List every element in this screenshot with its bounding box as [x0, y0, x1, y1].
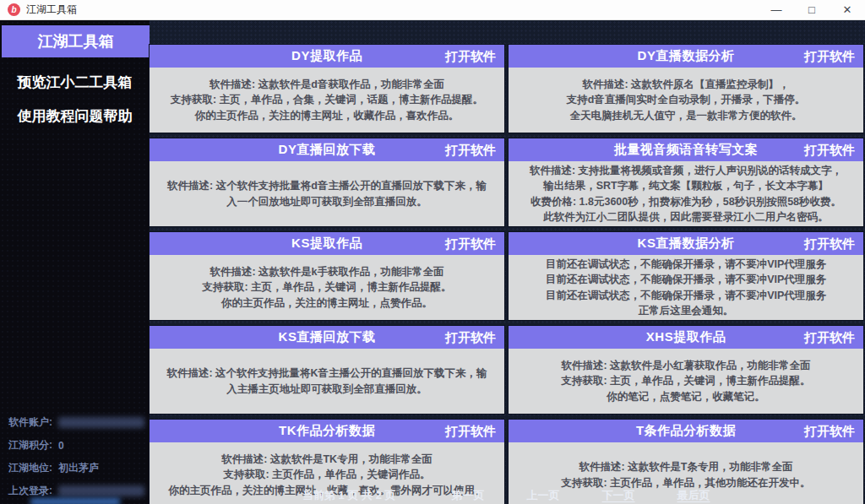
description-line: 正常后这里会通知。 [639, 303, 734, 319]
card-title: KS提取作品 [291, 236, 362, 252]
open-software-button[interactable]: 打开软件 [804, 138, 855, 161]
pagination-bar: 当前第 1 页 共 2 页 第一页上一页下一页最后页 [150, 486, 865, 504]
description-line: 输出结果，SRT字幕，纯文案【颗粒板，句子，长文本字幕】 [543, 178, 829, 194]
card-description: 软件描述: 这款软件原名【直播监控录制】，支持d音直播间实时全自动录制，开播录，… [509, 68, 863, 133]
description-line: 支持获取: 主页，单作品，合集，关键词，话题，博主新作品提醒。 [171, 92, 483, 108]
card-description: 软件描述: 这款软件是小红薯获取作品，功能非常全面支持获取: 主页，单作品，关键… [509, 349, 863, 414]
description-line: 支持获取: 主页，单作品，关键词，博主新作品提醒。 [561, 373, 810, 389]
open-software-button[interactable]: 打开软件 [804, 45, 855, 68]
card-description: 软件描述: 这个软件支持批量将d音主播公开的直播回放下载下来，输入一个回放地址即… [150, 161, 504, 226]
card-description: 软件描述: 支持批量将视频或音频，进行人声识别说的话转成文字，输出结果，SRT字… [509, 161, 863, 226]
open-software-button[interactable]: 打开软件 [445, 326, 496, 349]
sidebar: 江湖工具箱预览江小二工具箱使用教程问题帮助 软件账户:江湖积分:0江湖地位:初出… [0, 20, 150, 504]
software-card: DY提取作品打开软件软件描述: 这款软件是d音获取作品，功能非常全面支持获取: … [150, 45, 504, 133]
sidebar-item[interactable]: 使用教程问题帮助 [0, 100, 150, 133]
account-row: 软件账户: [8, 411, 144, 434]
description-line: 软件描述: 这款软件是TK专用，功能非常全面 [221, 452, 432, 468]
description-line: 入一个回放地址即可获取到全部直播回放。 [226, 194, 427, 210]
software-card: DY直播回放下载打开软件软件描述: 这个软件支持批量将d音主播公开的直播回放下载… [150, 138, 504, 226]
card-title: DY直播数据分析 [638, 48, 735, 64]
software-card: 批量视音频语音转写文案打开软件软件描述: 支持批量将视频或音频，进行人声识别说的… [509, 138, 863, 226]
redacted-value [30, 498, 120, 504]
card-header: XHS提取作品打开软件 [509, 326, 863, 349]
software-card: KS直播数据分析打开软件目前还在调试状态，不能确保开播录，请不要冲VIP代理服务… [509, 232, 863, 320]
description-line: 目前还在调试状态，不能确保开播录，请不要冲VIP代理服务 [546, 272, 827, 288]
page-link[interactable]: 第一页 [452, 488, 485, 503]
open-software-button[interactable]: 打开软件 [445, 420, 496, 442]
account-label: 江湖地位: [8, 461, 52, 475]
main-area: DY提取作品打开软件软件描述: 这款软件是d音获取作品，功能非常全面支持获取: … [150, 20, 865, 504]
sidebar-item[interactable]: 预览江小二工具箱 [0, 66, 150, 100]
card-header: DY直播回放下载打开软件 [150, 138, 504, 161]
account-label: 江湖积分: [8, 438, 52, 453]
software-card: KS直播回放下载打开软件软件描述: 这个软件支持批量将K音主播公开的直播回放下载… [150, 326, 504, 414]
card-header: 批量视音频语音转写文案打开软件 [509, 138, 863, 161]
account-value: 0 [58, 440, 64, 452]
account-row: 江湖地位:初出茅庐 [8, 457, 144, 480]
description-line: 软件描述: 这个软件支持批量将d音主播公开的直播回放下载下来，输 [167, 178, 487, 194]
close-icon[interactable]: ✕ [830, 0, 865, 19]
open-software-button[interactable]: 打开软件 [804, 232, 855, 255]
sidebar-item[interactable]: 江湖工具箱 [2, 25, 150, 57]
window-title: 江湖工具箱 [26, 3, 77, 17]
logo-glyph: b [11, 5, 16, 14]
open-software-button[interactable]: 打开软件 [445, 45, 496, 68]
open-software-button[interactable]: 打开软件 [804, 420, 855, 442]
account-value: 初出茅庐 [58, 461, 99, 475]
account-row: 江湖积分:0 [8, 434, 144, 457]
description-line: 全天电脑挂机无人值守，是一款非常方便的软件。 [570, 108, 802, 124]
software-card: XHS提取作品打开软件软件描述: 这款软件是小红薯获取作品，功能非常全面支持获取… [509, 326, 863, 414]
app-logo-icon: b [8, 3, 20, 16]
open-software-button[interactable]: 打开软件 [445, 232, 496, 255]
open-software-button[interactable]: 打开软件 [445, 138, 496, 161]
software-card: DY直播数据分析打开软件软件描述: 这款软件原名【直播监控录制】，支持d音直播间… [509, 45, 863, 133]
card-title: T条作品分析数据 [636, 423, 736, 439]
page-link[interactable]: 最后页 [677, 488, 710, 503]
titlebar: b 江湖工具箱 — □ ✕ [0, 0, 865, 20]
card-title: KS直播回放下载 [279, 329, 376, 345]
app-body: 江湖工具箱预览江小二工具箱使用教程问题帮助 软件账户:江湖积分:0江湖地位:初出… [0, 20, 865, 504]
card-header: KS直播回放下载打开软件 [150, 326, 504, 349]
description-line: 软件描述: 支持批量将视频或音频，进行人声识别说的话转成文字， [530, 163, 842, 179]
card-header: KS直播数据分析打开软件 [509, 232, 863, 255]
description-line: 你的笔记，点赞笔记，收藏笔记。 [607, 389, 765, 405]
description-line: 支持获取: 主页，单作品，关键词，博主新作品提醒。 [202, 279, 451, 295]
card-header: DY提取作品打开软件 [150, 45, 504, 68]
redacted-value [58, 417, 144, 428]
redacted-value [58, 485, 144, 496]
account-label: 上次登录: [8, 484, 52, 498]
description-line: 软件描述: 这款软件是d音获取作品，功能非常全面 [209, 77, 444, 93]
page-status: 当前第 1 页 共 2 页 [302, 488, 396, 503]
description-line: 收费价格: 1.8元3600秒，扣费标准为秒，58秒识别按照58秒收费。 [530, 194, 841, 210]
card-header: T条作品分析数据打开软件 [509, 420, 863, 442]
sidebar-menu: 江湖工具箱预览江小二工具箱使用教程问题帮助 [0, 20, 150, 133]
card-title: KS直播数据分析 [638, 236, 735, 252]
page-links: 第一页上一页下一页最后页 [396, 488, 710, 503]
description-line: 支持获取: 主页作品，单作品，关键词作品。 [223, 467, 430, 483]
account-info: 软件账户:江湖积分:0江湖地位:初出茅庐上次登录: [0, 411, 150, 504]
card-description: 软件描述: 这个软件支持批量将K音主播公开的直播回放下载下来，输入主播主页地址即… [150, 349, 504, 414]
minimize-icon[interactable]: — [759, 0, 794, 19]
description-line: 软件描述: 这个软件支持批量将K音主播公开的直播回放下载下来，输 [166, 366, 487, 382]
description-line: 你的主页作品，关注的博主网址，收藏作品，喜欢作品。 [195, 108, 460, 124]
description-line: 软件描述: 这款软件是k手获取作品，功能非常全面 [209, 264, 443, 280]
description-line: 你的主页作品，关注的博主网址，点赞作品。 [221, 295, 432, 312]
app-window: b 江湖工具箱 — □ ✕ 江湖工具箱预览江小二工具箱使用教程问题帮助 软件账户… [0, 0, 865, 504]
description-line: 软件描述: 这款软件原名【直播监控录制】， [582, 77, 789, 93]
card-title: DY提取作品 [291, 48, 362, 64]
description-line: 支持d音直播间实时全自动录制，开播录，下播停。 [567, 92, 806, 108]
card-title: TK作品分析数据 [279, 423, 375, 439]
card-header: DY直播数据分析打开软件 [509, 45, 863, 68]
description-line: 入主播主页地址即可获取到全部直播回放。 [226, 382, 427, 398]
open-software-button[interactable]: 打开软件 [804, 326, 855, 349]
card-header: KS提取作品打开软件 [150, 232, 504, 255]
description-line: 此软件为江小二团队提供，因此需要登录江小二用户名密码。 [543, 209, 829, 225]
description-line: 目前还在调试状态，不能确保开播录，请不要冲VIP代理服务 [546, 257, 827, 273]
page-link[interactable]: 下一页 [602, 488, 635, 503]
description-line: 软件描述: 这款软件是T条专用，功能非常全面 [579, 459, 793, 475]
page-link[interactable]: 上一页 [527, 488, 560, 503]
description-line: 目前还在调试状态，不能确保开播录，请不要冲VIP代理服务 [546, 288, 827, 304]
account-label: 软件账户: [8, 415, 52, 430]
maximize-icon[interactable]: □ [794, 0, 830, 19]
card-title: XHS提取作品 [646, 329, 726, 345]
